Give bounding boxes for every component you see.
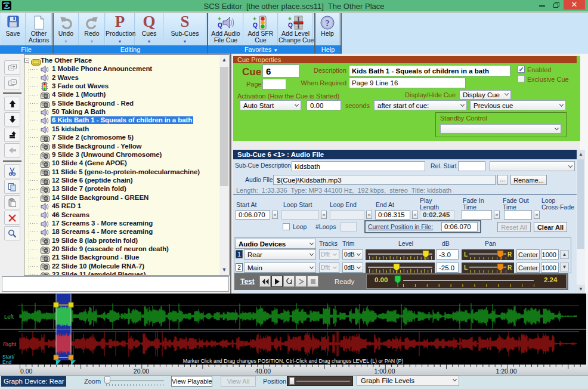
svg-text:+: + [218, 16, 221, 22]
svg-text:Q: Q [253, 22, 258, 29]
svg-text:?: ? [325, 18, 330, 28]
svg-text:Q: Q [218, 22, 222, 29]
svg-text:R: R [507, 264, 512, 271]
svg-text:+: + [253, 16, 256, 22]
svg-text:L: L [464, 264, 468, 271]
svg-text:+: + [288, 16, 292, 22]
svg-text:Q: Q [288, 22, 293, 29]
svg-text:R: R [507, 251, 512, 258]
svg-text:L: L [464, 251, 468, 258]
